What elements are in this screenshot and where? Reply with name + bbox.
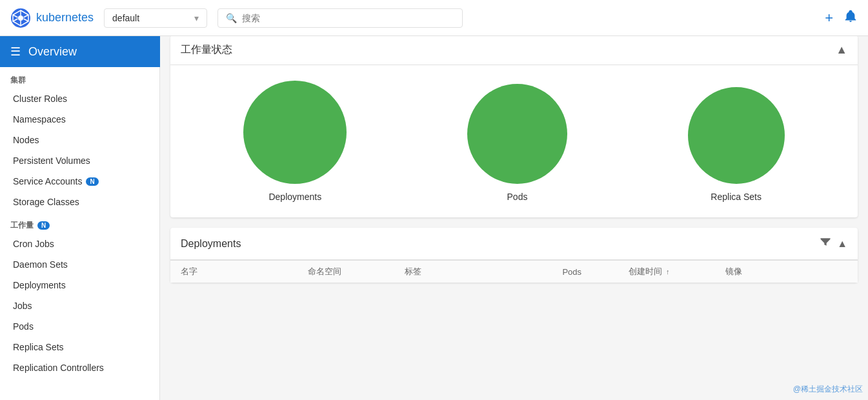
sidebar-item-label: Cluster Roles [13,94,67,104]
table-header: 名字 命名空间 标签 Pods 创建时间 ↑ 镜像 [170,260,858,283]
sidebar-item-replica-sets[interactable]: Replica Sets [0,337,159,357]
sidebar-item-label: Cron Jobs [13,239,54,249]
col-created-label: 创建时间 [629,266,662,277]
deployments-circle [243,81,347,184]
col-created: 创建时间 ↑ [629,266,720,277]
col-namespace: 命名空间 [308,266,399,277]
add-button[interactable]: + [825,10,833,26]
sidebar-item-service-accounts[interactable]: Service Accounts N [0,171,159,192]
sidebar-item-pods[interactable]: Pods [0,316,159,337]
col-image-label: 镜像 [725,266,742,277]
col-name-label: 名字 [181,266,197,277]
circle-pods: Pods [467,84,567,202]
col-labels-label: 标签 [405,266,421,277]
col-image: 镜像 [725,266,847,277]
collapse-icon[interactable]: ▲ [836,43,847,57]
deployments-actions: ▲ [819,235,847,252]
kubernetes-logo-icon [10,8,31,28]
replica-sets-label: Replica Sets [711,192,762,202]
workload-section-label: 工作量 N [0,212,159,234]
namespace-value: default [112,13,139,23]
menu-icon[interactable]: ☰ [10,45,21,59]
main-content: 工作量 工作量状态 ▲ Deployments Pods Replica Set… [160,0,868,303]
col-pods: Pods [562,266,623,277]
circle-deployments: Deployments [243,81,347,202]
sidebar-item-label: Replica Sets [13,342,64,352]
sidebar-item-namespaces[interactable]: Namespaces [0,109,159,130]
collapse-deployments-icon[interactable]: ▲ [837,238,847,250]
sidebar-item-daemon-sets[interactable]: Daemon Sets [0,254,159,275]
deployments-card: Deployments ▲ 名字 命名空间 标签 Pods [170,228,858,283]
service-accounts-badge: N [86,177,98,186]
sidebar-item-label: Storage Classes [13,197,79,207]
sidebar-item-storage-classes[interactable]: Storage Classes [0,192,159,212]
sidebar-item-label: Pods [13,321,34,332]
sort-icon[interactable]: ↑ [666,268,670,275]
filter-icon[interactable] [819,235,832,252]
workload-circles: Deployments Pods Replica Sets [170,65,858,217]
deployments-label: Deployments [268,192,321,202]
sidebar-item-deployments[interactable]: Deployments [0,275,159,295]
replica-sets-circle [688,87,785,184]
logo-text: kubernetes [36,11,94,25]
circle-replica-sets: Replica Sets [688,87,785,202]
sidebar-item-nodes[interactable]: Nodes [0,130,159,150]
col-pods-label: Pods [562,267,581,277]
plus-icon: + [825,10,833,26]
sidebar-header: ☰ Overview [0,36,160,67]
sidebar-item-replication-controllers[interactable]: Replication Controllers [0,357,159,378]
sidebar-item-cron-jobs[interactable]: Cron Jobs [0,234,159,254]
sidebar-item-persistent-volumes[interactable]: Persistent Volumes [0,150,159,171]
cluster-section-label: 集群 [0,67,159,88]
sidebar-item-cluster-roles[interactable]: Cluster Roles [0,88,159,109]
deployments-header: Deployments ▲ [170,228,858,260]
col-name: 名字 [181,266,303,277]
sidebar-item-label: Namespaces [13,114,66,125]
workload-badge: N [37,221,50,230]
logo[interactable]: kubernetes [10,8,94,28]
notification-button[interactable] [843,9,858,26]
search-icon: 🔍 [226,13,237,23]
col-ns-label: 命名空间 [308,266,341,277]
topbar: kubernetes default ▾ 🔍 + [0,0,868,36]
bell-icon [843,9,858,26]
sidebar-item-label: Daemon Sets [13,259,68,270]
workload-status-header: 工作量状态 ▲ [170,35,858,65]
col-labels: 标签 [405,266,557,277]
sidebar-item-label: Jobs [13,301,32,311]
workload-status-card: 工作量状态 ▲ Deployments Pods Replica Sets [170,35,858,217]
sidebar-item-label: Nodes [13,135,39,145]
topbar-actions: + [825,9,858,26]
search-input[interactable] [242,13,454,23]
pods-label: Pods [507,192,528,202]
sidebar-title: Overview [28,45,77,59]
pods-circle [467,84,567,184]
chevron-down-icon: ▾ [194,13,199,23]
sidebar-item-jobs[interactable]: Jobs [0,295,159,316]
watermark: @稀土掘金技术社区 [793,384,863,395]
sidebar-item-label: Deployments [13,280,66,290]
workload-status-title: 工作量状态 [181,43,232,57]
svg-point-1 [18,15,23,21]
sidebar-item-label: Persistent Volumes [13,155,90,166]
sidebar-item-label: Replication Controllers [13,363,104,373]
sidebar: 集群 Cluster Roles Namespaces Nodes Persis… [0,67,160,400]
namespace-dropdown[interactable]: default ▾ [104,8,207,28]
search-bar[interactable]: 🔍 [217,8,463,28]
deployments-title: Deployments [181,238,241,250]
sidebar-item-label: Service Accounts [13,176,82,186]
